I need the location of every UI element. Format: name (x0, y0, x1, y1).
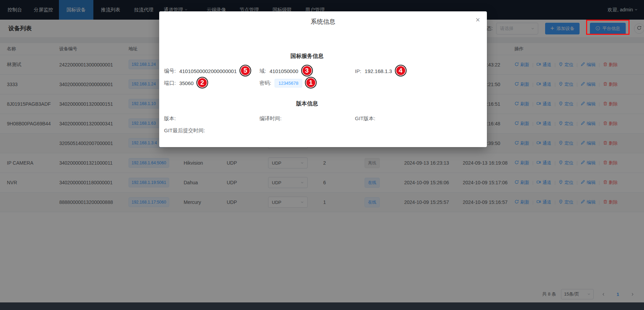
info-field: 端口:350602 (164, 78, 259, 89)
dialog-body: 国标服务信息编号:410105000020000000015域:41010500… (159, 53, 487, 137)
field-value: 35060 (179, 80, 194, 86)
annotation-badge-4: 4 (395, 65, 407, 76)
field-value: 41010500002000000001 (179, 68, 237, 74)
password-tag: 12345678 (275, 79, 302, 87)
annotation-badge-5: 5 (239, 65, 251, 76)
field-label: IP: (355, 68, 361, 74)
info-field: 编号:410105000020000000015 (164, 65, 259, 77)
dialog-title: 系统信息 (159, 11, 487, 30)
info-field: IP:192.168.1.34 (355, 65, 450, 77)
field-label: 域: (259, 68, 266, 74)
close-icon[interactable]: × (476, 16, 480, 24)
field-label: 密码: (259, 80, 271, 86)
info-row: GIT最后提交时间: (164, 125, 450, 137)
system-info-dialog: 系统信息 × 国标服务信息编号:410105000020000000015域:4… (159, 11, 487, 147)
field-value: 192.168.1.3 (365, 68, 392, 74)
section-title: 国标服务信息 (164, 53, 450, 60)
annotation-badge-1: 1 (305, 77, 317, 89)
field-label: 版本: (164, 115, 176, 122)
annotation-badge-2: 2 (196, 77, 208, 89)
field-label: 端口: (164, 80, 176, 86)
field-label: 编号: (164, 68, 176, 74)
info-field: 编译时间: (259, 115, 355, 122)
info-field: 域:41010500003 (259, 65, 355, 77)
field-label: GIT最后提交时间: (164, 127, 205, 134)
info-row: 端口:350602密码:123456781 (164, 77, 450, 89)
field-label: GIT版本: (355, 115, 375, 122)
annotation-badge-3: 3 (301, 65, 313, 76)
info-field: GIT最后提交时间: (164, 127, 259, 134)
info-field: GIT版本: (355, 115, 450, 122)
info-field: 版本: (164, 115, 259, 122)
field-value: 4101050000 (269, 68, 298, 74)
info-row: 版本:编译时间:GIT版本: (164, 113, 450, 125)
info-field: 密码:123456781 (259, 78, 355, 89)
field-label: 编译时间: (259, 115, 282, 122)
section-title: 版本信息 (164, 100, 450, 107)
info-row: 编号:410105000020000000015域:41010500003IP:… (164, 65, 450, 77)
